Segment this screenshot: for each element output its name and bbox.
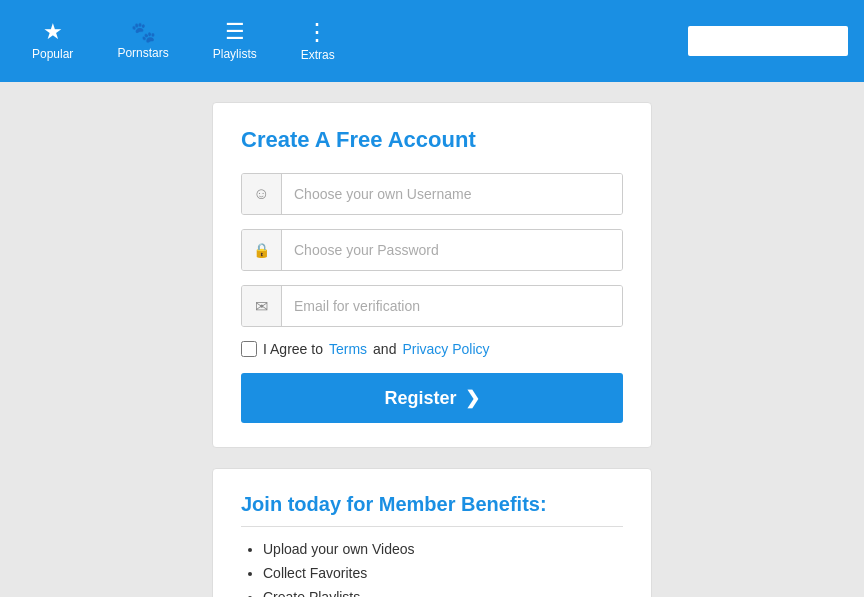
- benefit-item: Create Playlists: [263, 589, 623, 597]
- agree-checkbox[interactable]: [241, 341, 257, 357]
- register-title: Create A Free Account: [241, 127, 623, 153]
- search-input[interactable]: [688, 26, 848, 56]
- email-icon: ✉: [242, 286, 282, 326]
- username-icon: ☺: [242, 174, 282, 214]
- agree-text: I Agree to: [263, 341, 323, 357]
- navbar: ★ Popular 🐾 Pornstars ☰ Playlists ⋮ Extr…: [0, 0, 864, 82]
- register-arrow-icon: ❯: [465, 387, 480, 409]
- pornstars-icon: 🐾: [131, 22, 156, 42]
- benefits-list: Upload your own VideosCollect FavoritesC…: [241, 541, 623, 597]
- nav-items: ★ Popular 🐾 Pornstars ☰ Playlists ⋮ Extr…: [10, 0, 357, 82]
- and-text: and: [373, 341, 396, 357]
- email-input[interactable]: [282, 286, 622, 326]
- register-card: Create A Free Account ☺ 🔒 ✉ I Agree to T…: [212, 102, 652, 448]
- password-input[interactable]: [282, 230, 622, 270]
- benefit-item: Collect Favorites: [263, 565, 623, 581]
- extras-icon: ⋮: [305, 20, 330, 44]
- register-button[interactable]: Register ❯: [241, 373, 623, 423]
- benefits-card: Join today for Member Benefits: Upload y…: [212, 468, 652, 597]
- email-group: ✉: [241, 285, 623, 327]
- benefits-title: Join today for Member Benefits:: [241, 493, 623, 527]
- pornstars-label: Pornstars: [117, 46, 168, 60]
- benefit-item: Upload your own Videos: [263, 541, 623, 557]
- username-input[interactable]: [282, 174, 622, 214]
- playlists-label: Playlists: [213, 47, 257, 61]
- register-label: Register: [384, 388, 456, 409]
- nav-playlists[interactable]: ☰ Playlists: [191, 0, 279, 82]
- username-group: ☺: [241, 173, 623, 215]
- agree-row: I Agree to Terms and Privacy Policy: [241, 341, 623, 357]
- nav-extras[interactable]: ⋮ Extras: [279, 0, 357, 82]
- lock-icon: 🔒: [242, 230, 282, 270]
- extras-label: Extras: [301, 48, 335, 62]
- popular-icon: ★: [43, 21, 63, 43]
- search-container: [688, 26, 848, 56]
- playlists-icon: ☰: [225, 21, 245, 43]
- popular-label: Popular: [32, 47, 73, 61]
- password-group: 🔒: [241, 229, 623, 271]
- nav-pornstars[interactable]: 🐾 Pornstars: [95, 0, 190, 82]
- nav-popular[interactable]: ★ Popular: [10, 0, 95, 82]
- privacy-link[interactable]: Privacy Policy: [402, 341, 489, 357]
- terms-link[interactable]: Terms: [329, 341, 367, 357]
- page-content: Create A Free Account ☺ 🔒 ✉ I Agree to T…: [0, 82, 864, 597]
